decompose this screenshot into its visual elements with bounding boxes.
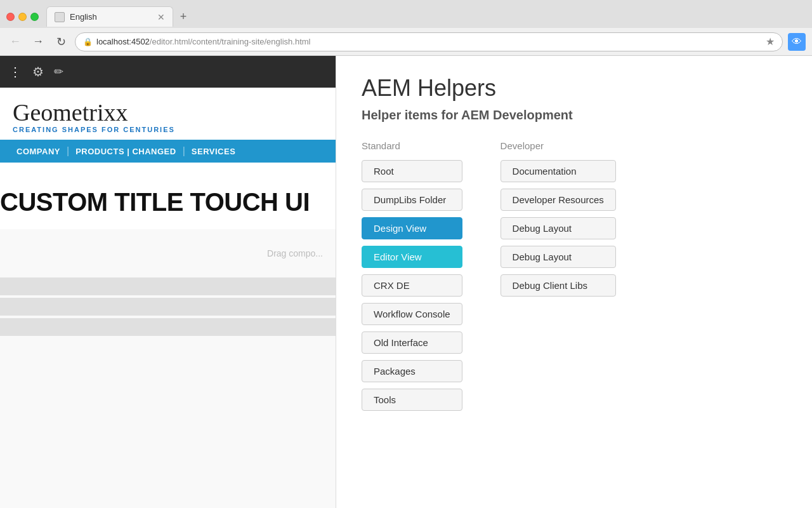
- debug-layout-button-1[interactable]: Debug Layout: [501, 217, 616, 239]
- url-host: localhost:4502: [96, 37, 150, 46]
- root-button[interactable]: Root: [362, 160, 462, 182]
- site-logo: Geometrixx: [13, 100, 323, 124]
- tab-close-button[interactable]: ✕: [157, 12, 165, 22]
- old-interface-button[interactable]: Old Interface: [362, 331, 462, 354]
- design-view-button[interactable]: Design View: [362, 217, 462, 239]
- nav-divider-1: |: [67, 145, 69, 157]
- nav-bar: ← → ↻ 🔒 localhost:4502/editor.html/conte…: [0, 28, 812, 56]
- tools-button[interactable]: Tools: [362, 389, 462, 411]
- helpers-grid: Standard Root DumpLibs Folder Design Vie…: [362, 140, 787, 417]
- debug-client-libs-button[interactable]: Debug Client Libs: [501, 274, 616, 297]
- traffic-lights: [6, 13, 39, 21]
- drag-hint: Drag compo...: [267, 248, 323, 258]
- minimize-window-button[interactable]: [18, 13, 27, 21]
- dumplibs-button[interactable]: DumpLibs Folder: [362, 189, 462, 211]
- debug-layout-button-2[interactable]: Debug Layout: [501, 246, 616, 268]
- nav-divider-2: |: [183, 145, 185, 157]
- active-tab[interactable]: English ✕: [46, 6, 173, 27]
- lock-icon: 🔒: [83, 37, 93, 46]
- browser-chrome: English ✕ + ← → ↻ 🔒 localhost:4502/edito…: [0, 0, 812, 56]
- address-bar[interactable]: 🔒 localhost:4502/editor.html/content/tra…: [75, 32, 783, 51]
- site-tagline: CREATING SHAPES FOR CENTURIES: [13, 126, 323, 133]
- tab-title: English: [70, 12, 97, 22]
- cms-menu-button[interactable]: ⋮: [9, 64, 22, 79]
- gray-bar-2: [0, 298, 336, 316]
- close-window-button[interactable]: [6, 13, 15, 21]
- packages-button[interactable]: Packages: [362, 360, 462, 382]
- url-path: /editor.html/content/training-site/engli…: [150, 37, 311, 46]
- site-nav: COMPANY | PRODUCTS | CHANGED | SERVICES: [0, 140, 336, 163]
- forward-button[interactable]: →: [29, 33, 47, 51]
- site-hero: CUSTOM TITLE TOUCH UI: [0, 163, 336, 229]
- workflow-console-button[interactable]: Workflow Console: [362, 303, 462, 325]
- bookmark-button[interactable]: ★: [766, 36, 775, 48]
- back-button[interactable]: ←: [6, 33, 24, 51]
- developer-resources-button[interactable]: Developer Resources: [501, 189, 616, 211]
- documentation-button[interactable]: Documentation: [501, 160, 616, 182]
- new-tab-button[interactable]: +: [173, 6, 193, 27]
- right-panel: AEM Helpers Helper items for AEM Develop…: [336, 56, 812, 508]
- gray-bar-3: [0, 318, 336, 336]
- aem-helpers-subtitle: Helper items for AEM Development: [362, 108, 787, 123]
- editor-view-button[interactable]: Editor View: [362, 246, 462, 268]
- standard-column: Standard Root DumpLibs Folder Design Vie…: [362, 140, 462, 417]
- page-content: ⋮ ⚙ ✏ Geometrixx CREATING SHAPES FOR CEN…: [0, 56, 812, 508]
- developer-column: Developer Documentation Developer Resour…: [501, 140, 616, 417]
- left-panel: ⋮ ⚙ ✏ Geometrixx CREATING SHAPES FOR CEN…: [0, 56, 336, 508]
- nav-item-company[interactable]: COMPANY: [11, 147, 65, 156]
- drag-area: Drag compo...: [0, 229, 336, 277]
- reload-button[interactable]: ↻: [52, 33, 70, 51]
- title-bar: English ✕ +: [0, 0, 812, 28]
- extension-icon[interactable]: 👁: [788, 33, 806, 51]
- cms-pencil-button[interactable]: ✏: [54, 65, 63, 79]
- nav-item-products[interactable]: PRODUCTS | CHANGED: [70, 147, 181, 156]
- cms-toolbar: ⋮ ⚙ ✏: [0, 56, 336, 88]
- developer-label: Developer: [501, 140, 616, 151]
- gray-bars: [0, 277, 336, 336]
- crx-de-button[interactable]: CRX DE: [362, 274, 462, 297]
- tab-bar: English ✕ +: [46, 6, 806, 27]
- tab-favicon: [55, 12, 65, 22]
- cms-gear-button[interactable]: ⚙: [32, 64, 44, 79]
- site-header: Geometrixx CREATING SHAPES FOR CENTURIES: [0, 88, 336, 140]
- aem-helpers-title: AEM Helpers: [362, 75, 787, 102]
- standard-label: Standard: [362, 140, 462, 151]
- url-text: localhost:4502/editor.html/content/train…: [96, 37, 762, 46]
- gray-bar-1: [0, 277, 336, 295]
- nav-item-services[interactable]: SERVICES: [187, 147, 241, 156]
- hero-title: CUSTOM TITLE TOUCH UI: [0, 188, 323, 217]
- maximize-window-button[interactable]: [30, 13, 39, 21]
